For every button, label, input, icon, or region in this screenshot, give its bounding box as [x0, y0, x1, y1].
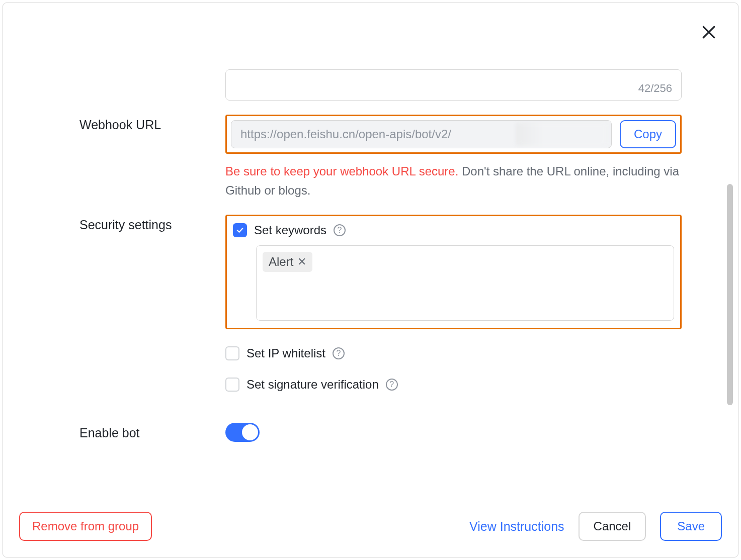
cancel-button[interactable]: Cancel: [579, 512, 646, 541]
help-icon-signature[interactable]: ?: [386, 379, 398, 391]
checkbox-ip-whitelist[interactable]: [225, 346, 239, 360]
webhook-highlight: https://open.feishu.cn/open-apis/bot/v2/…: [225, 115, 682, 154]
view-instructions-link[interactable]: View Instructions: [469, 519, 564, 534]
modal-footer: Remove from group View Instructions Canc…: [19, 512, 722, 541]
close-icon: [701, 24, 717, 40]
check-icon: [235, 226, 244, 235]
webhook-warning: Be sure to keep your webhook URL secure.…: [225, 162, 682, 201]
keyword-tag-remove[interactable]: ✕: [297, 255, 306, 268]
keyword-tag-label: Alert: [269, 255, 293, 269]
webhook-url-input[interactable]: https://open.feishu.cn/open-apis/bot/v2/: [231, 120, 612, 148]
label-set-keywords: Set keywords: [254, 223, 326, 237]
keyword-tag: Alert ✕: [263, 252, 312, 272]
scrollbar[interactable]: [727, 184, 733, 405]
close-button[interactable]: [699, 22, 719, 42]
label-enable-bot: Enable bot: [79, 423, 225, 440]
label-webhook-url: Webhook URL: [79, 115, 225, 132]
checkbox-set-keywords[interactable]: [233, 223, 247, 237]
save-button[interactable]: Save: [660, 512, 722, 541]
label-ip-whitelist: Set IP whitelist: [246, 346, 325, 360]
webhook-url-masked: [517, 123, 607, 146]
enable-bot-toggle[interactable]: [225, 423, 260, 442]
toggle-knob: [242, 424, 258, 440]
help-icon-ip-whitelist[interactable]: ?: [333, 347, 345, 359]
label-signature-verification: Set signature verification: [246, 378, 379, 392]
keywords-input[interactable]: Alert ✕: [256, 245, 674, 321]
label-security-settings: Security settings: [79, 215, 225, 232]
bot-settings-modal: 42/256 Webhook URL https://open.feishu.c…: [3, 3, 738, 557]
remove-from-group-button[interactable]: Remove from group: [19, 512, 152, 541]
help-icon-keywords[interactable]: ?: [334, 224, 346, 236]
description-input[interactable]: 42/256: [225, 69, 682, 101]
warning-red: Be sure to keep your webhook URL secure.: [225, 164, 462, 178]
copy-button[interactable]: Copy: [620, 120, 676, 148]
webhook-url-value: https://open.feishu.cn/open-apis/bot/v2/: [240, 127, 451, 141]
char-counter: 42/256: [638, 82, 672, 95]
label-empty: [79, 69, 225, 72]
security-highlight: Set keywords ? Alert ✕: [225, 215, 682, 329]
checkbox-signature-verification[interactable]: [225, 378, 239, 392]
